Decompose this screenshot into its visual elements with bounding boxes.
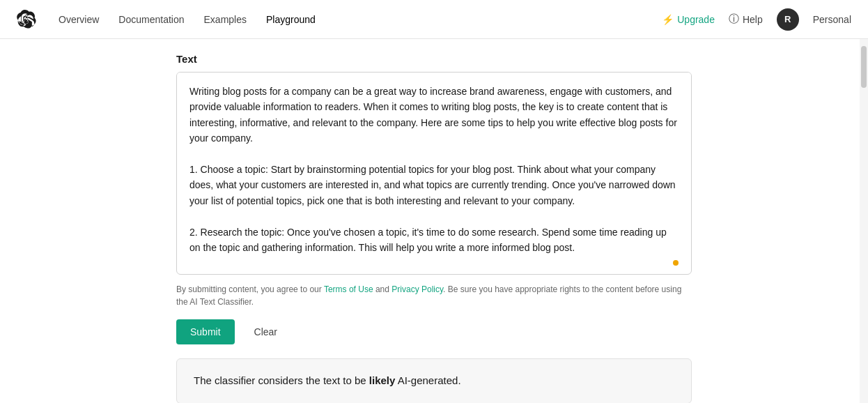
navbar-right: ⚡ Upgrade ⓘ Help R Personal bbox=[662, 8, 851, 31]
result-prefix: The classifier considers the text to be bbox=[194, 374, 369, 386]
avatar-initial: R bbox=[784, 14, 791, 24]
result-suffix: AI-generated. bbox=[395, 374, 460, 386]
nav-playground[interactable]: Playground bbox=[266, 14, 316, 25]
result-bold: likely bbox=[369, 374, 396, 386]
avatar[interactable]: R bbox=[777, 8, 799, 31]
nav-links: Overview Documentation Examples Playgrou… bbox=[59, 14, 662, 25]
result-text: The classifier considers the text to be … bbox=[194, 373, 674, 389]
help-label: Help bbox=[743, 14, 763, 25]
bolt-icon: ⚡ bbox=[662, 14, 674, 25]
text-input[interactable]: Writing blog posts for a company can be … bbox=[177, 73, 691, 271]
indicator-dot bbox=[673, 260, 679, 266]
upgrade-label: Upgrade bbox=[677, 14, 715, 25]
content-area: Text Writing blog posts for a company ca… bbox=[176, 53, 692, 389]
submit-button[interactable]: Submit bbox=[176, 319, 235, 344]
page-scrollbar[interactable] bbox=[860, 39, 868, 403]
nav-documentation[interactable]: Documentation bbox=[118, 14, 184, 25]
privacy-link[interactable]: Privacy Policy bbox=[392, 284, 443, 294]
legal-before: By submitting content, you agree to our bbox=[176, 284, 324, 294]
section-label: Text bbox=[176, 53, 692, 65]
nav-overview[interactable]: Overview bbox=[59, 14, 99, 25]
result-box: The classifier considers the text to be … bbox=[176, 358, 692, 403]
main-content: Text Writing blog posts for a company ca… bbox=[0, 39, 868, 403]
openai-logo-icon bbox=[17, 10, 36, 29]
legal-and: and bbox=[373, 284, 392, 294]
textarea-wrapper: Writing blog posts for a company can be … bbox=[176, 72, 692, 275]
navbar: Overview Documentation Examples Playgrou… bbox=[0, 0, 868, 39]
legal-text: By submitting content, you agree to our … bbox=[176, 283, 692, 308]
help-button[interactable]: ⓘ Help bbox=[729, 13, 763, 26]
user-name: Personal bbox=[813, 14, 851, 25]
clear-button[interactable]: Clear bbox=[243, 319, 288, 344]
help-circle-icon: ⓘ bbox=[729, 13, 739, 26]
logo[interactable] bbox=[17, 10, 36, 29]
terms-link[interactable]: Terms of Use bbox=[324, 284, 373, 294]
scrollbar-thumb bbox=[861, 46, 867, 88]
button-row: Submit Clear bbox=[176, 319, 692, 344]
nav-examples[interactable]: Examples bbox=[204, 14, 247, 25]
upgrade-button[interactable]: ⚡ Upgrade bbox=[662, 14, 715, 25]
